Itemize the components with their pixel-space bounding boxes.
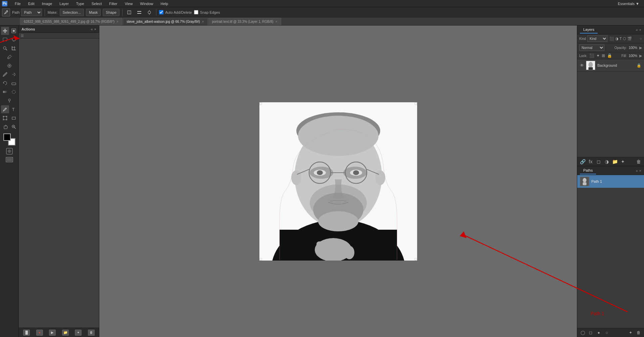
- tab-0[interactable]: 62822_988_63555_988_9261_499_2.jpg @ 16.…: [20, 18, 122, 25]
- quick-select-icon[interactable]: [1, 44, 9, 52]
- lock-pixel-btn[interactable]: ⬛: [589, 53, 594, 58]
- spot-healing-icon[interactable]: [5, 62, 13, 70]
- selection-button[interactable]: Selection...: [60, 9, 84, 16]
- tab-2[interactable]: portrait text.tif @ 33.3% (Layer 1, RGB/…: [208, 18, 281, 25]
- rectangular-marquee-icon[interactable]: [1, 36, 9, 44]
- shape-button[interactable]: Shape: [103, 9, 119, 16]
- path-selection-icon[interactable]: [1, 114, 9, 122]
- pen-tool-icon[interactable]: [1, 105, 9, 113]
- gradient-icon[interactable]: [1, 88, 9, 96]
- menu-edit[interactable]: Edit: [27, 1, 36, 6]
- menu-image[interactable]: Image: [41, 1, 54, 6]
- pen-tool-icon[interactable]: [2, 8, 10, 16]
- canvas-area[interactable]: [99, 25, 577, 337]
- eraser-icon[interactable]: [10, 79, 18, 87]
- path-item-0[interactable]: Path 1: [577, 175, 644, 188]
- menu-layer[interactable]: Layer: [58, 1, 70, 6]
- layer-link-btn[interactable]: 🔗: [579, 159, 586, 165]
- tab-1[interactable]: steve_jobs_albert-watson.jpg @ 66.7% (Gr…: [123, 18, 207, 25]
- mask-button[interactable]: Mask: [86, 9, 101, 16]
- layers-close-btn[interactable]: ×: [639, 28, 641, 32]
- menu-view[interactable]: View: [123, 1, 134, 6]
- eyedropper-icon[interactable]: [5, 53, 13, 61]
- history-brush-icon[interactable]: [1, 79, 9, 87]
- menu-file[interactable]: File: [13, 1, 22, 6]
- zoom-tool-icon[interactable]: [10, 123, 18, 131]
- layers-kind-select[interactable]: Kind: [587, 35, 607, 42]
- menu-select[interactable]: Select: [90, 1, 103, 6]
- type-tool-icon[interactable]: T: [10, 105, 18, 113]
- hand-tool-icon[interactable]: [1, 123, 9, 131]
- layers-collapse-btn[interactable]: «: [636, 28, 638, 32]
- path-delete-btn[interactable]: 🗑: [635, 330, 642, 336]
- layers-filter-toggle[interactable]: ○: [640, 37, 642, 41]
- tab-close-2[interactable]: ×: [276, 20, 278, 23]
- path-transform-icon[interactable]: [125, 8, 133, 16]
- action-stop-btn[interactable]: ▐▌: [23, 330, 30, 336]
- blur-tool-icon[interactable]: [10, 88, 18, 96]
- tab-close-1[interactable]: ×: [202, 20, 204, 23]
- action-delete-btn[interactable]: 🗑: [88, 330, 95, 336]
- paths-panel: Paths « × Path: [577, 166, 644, 337]
- layer-visibility-icon[interactable]: 👁: [580, 63, 584, 68]
- brush-tool-icon[interactable]: [1, 70, 9, 78]
- layer-group-btn[interactable]: 📁: [611, 159, 618, 165]
- actions-close-btn[interactable]: ×: [94, 27, 96, 31]
- menu-type[interactable]: Type: [75, 1, 86, 6]
- layer-new-btn[interactable]: ✦: [620, 159, 626, 165]
- menu-help[interactable]: Help: [159, 1, 169, 6]
- path-distribute-icon[interactable]: [145, 8, 153, 16]
- dodge-tool-icon[interactable]: [5, 97, 13, 105]
- layer-item-background[interactable]: 👁 Background 🔒: [577, 59, 644, 72]
- opacity-value[interactable]: 100%: [629, 46, 637, 50]
- opacity-arrow[interactable]: ▶: [639, 46, 642, 50]
- layer-delete-btn[interactable]: 🗑: [635, 159, 642, 165]
- path-new-btn[interactable]: ✦: [627, 330, 634, 336]
- path-mode-select[interactable]: Path Shape Pixels: [21, 9, 42, 16]
- screen-mode-icon[interactable]: [6, 157, 13, 163]
- lock-artboard-btn[interactable]: ⊞: [602, 53, 605, 58]
- path-align-icon[interactable]: [135, 8, 143, 16]
- clone-stamp-icon[interactable]: [10, 70, 18, 78]
- action-record-btn[interactable]: ●: [36, 330, 43, 336]
- essentials-button[interactable]: Essentials ▼: [615, 1, 642, 6]
- auto-add-delete-checkbox[interactable]: [159, 10, 163, 14]
- move-tool-icon[interactable]: [1, 27, 9, 35]
- action-new-btn[interactable]: ✦: [75, 330, 82, 336]
- selection-to-path-btn[interactable]: ◻: [587, 330, 594, 336]
- actions-collapse-btn[interactable]: «: [91, 27, 93, 31]
- quick-mask-icon[interactable]: [6, 148, 13, 156]
- menu-filter[interactable]: Filter: [108, 1, 118, 6]
- filter-adjustment-icon[interactable]: ◑: [615, 37, 618, 41]
- filter-smart-icon[interactable]: 🎬: [627, 37, 632, 41]
- blend-mode-select[interactable]: Normal Multiply Screen: [579, 44, 604, 51]
- lock-position-btn[interactable]: ✦: [596, 53, 600, 58]
- menu-window[interactable]: Window: [139, 1, 154, 6]
- actions-menu-btn[interactable]: ☰: [21, 34, 24, 38]
- lasso-tool-icon[interactable]: [10, 36, 18, 44]
- filter-type-icon[interactable]: T: [620, 37, 622, 41]
- crop-tool-icon[interactable]: [10, 44, 18, 52]
- path-stroke-btn[interactable]: ○: [603, 330, 610, 336]
- paths-tab[interactable]: Paths: [580, 167, 596, 174]
- fill-value[interactable]: 100%: [629, 54, 637, 58]
- layer-adjustment-btn[interactable]: ◑: [603, 159, 610, 165]
- paths-close-btn[interactable]: ×: [639, 169, 641, 173]
- artboard-tool-icon[interactable]: [10, 27, 18, 35]
- foreground-color[interactable]: [3, 133, 11, 141]
- layer-style-btn[interactable]: fx: [587, 159, 594, 165]
- layers-tab[interactable]: Layers: [580, 26, 598, 34]
- tab-close-0[interactable]: ×: [116, 20, 118, 23]
- filter-pixel-icon[interactable]: ⬛: [609, 37, 614, 41]
- paths-collapse-btn[interactable]: «: [636, 169, 638, 173]
- path-to-selection-btn[interactable]: ◯: [579, 330, 586, 336]
- snap-edges-checkbox[interactable]: [194, 10, 198, 14]
- shape-tool-icon[interactable]: [10, 114, 18, 122]
- action-play-btn[interactable]: ▶: [49, 330, 56, 336]
- filter-shape-icon[interactable]: ⬡: [623, 37, 626, 41]
- lock-all-btn[interactable]: 🔒: [607, 53, 612, 58]
- action-new-set-btn[interactable]: 📁: [62, 330, 69, 336]
- path-fill-btn[interactable]: ●: [595, 330, 602, 336]
- layer-mask-btn[interactable]: ◻: [595, 159, 602, 165]
- fill-arrow[interactable]: ▶: [639, 54, 642, 58]
